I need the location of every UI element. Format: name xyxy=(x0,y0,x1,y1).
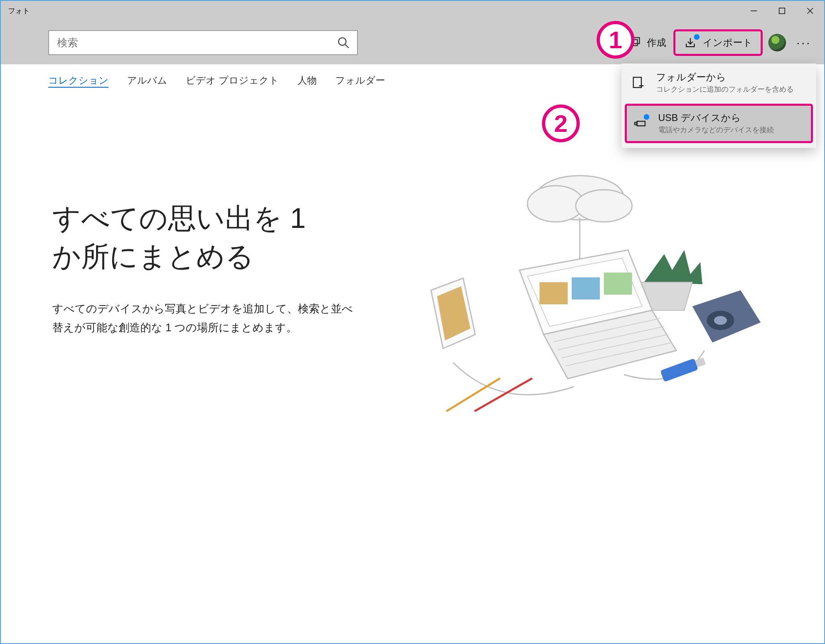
window-maximize-button[interactable] xyxy=(768,1,796,21)
svg-point-15 xyxy=(576,190,632,222)
user-avatar[interactable] xyxy=(768,34,786,51)
import-from-usb-sub: 電話やカメラなどのデバイスを接続 xyxy=(658,125,774,135)
search-box[interactable] xyxy=(48,30,358,55)
tab-people[interactable]: 人物 xyxy=(298,74,317,87)
tab-collection[interactable]: コレクション xyxy=(48,74,109,87)
hero-illustration xyxy=(371,162,773,443)
minimize-icon xyxy=(750,7,758,15)
usb-icon xyxy=(632,115,649,131)
maximize-icon xyxy=(778,7,786,14)
hero-heading-l1: すべての思い出を 1 xyxy=(52,203,306,234)
hero: すべての思い出を 1 か所にまとめる すべてのデバイスから写真とビデオを追加して… xyxy=(1,87,403,338)
window-close-button[interactable] xyxy=(796,1,824,21)
titlebar: フォト xyxy=(1,1,824,21)
svg-line-5 xyxy=(345,44,349,48)
create-label: 作成 xyxy=(647,36,666,49)
hero-body: すべてのデバイスから写真とビデオを追加して、検索と並べ替えが可能な創造的な 1 … xyxy=(52,299,358,338)
hero-heading-l2: か所にまとめる xyxy=(52,238,403,276)
import-from-usb[interactable]: USB デバイスから 電話やカメラなどのデバイスを接続 xyxy=(625,104,813,143)
search-input[interactable] xyxy=(56,36,337,49)
svg-rect-1 xyxy=(779,8,785,14)
svg-rect-19 xyxy=(540,282,568,304)
import-from-folder-sub: コレクションに追加のフォルダーを含める xyxy=(656,84,794,94)
window-minimize-button[interactable] xyxy=(740,1,768,21)
import-from-folder-title: フォルダーから xyxy=(656,71,794,84)
svg-point-31 xyxy=(714,316,727,325)
import-from-usb-title: USB デバイスから xyxy=(658,111,774,124)
import-from-folder[interactable]: フォルダーから コレクションに追加のフォルダーを含める xyxy=(622,64,816,102)
svg-rect-12 xyxy=(635,123,637,125)
tab-video-project[interactable]: ビデオ プロジェクト xyxy=(186,74,279,87)
svg-rect-11 xyxy=(637,121,645,126)
hero-heading: すべての思い出を 1 か所にまとめる xyxy=(52,199,403,275)
command-bar: 作成 インポート ··· xyxy=(1,21,824,64)
annotation-2: 2 xyxy=(542,105,580,142)
tab-folder[interactable]: フォルダー xyxy=(335,74,385,87)
svg-rect-32 xyxy=(660,358,698,382)
close-icon xyxy=(806,7,814,15)
svg-rect-21 xyxy=(604,273,632,295)
import-label: インポート xyxy=(703,36,753,49)
svg-point-4 xyxy=(339,38,346,45)
svg-rect-20 xyxy=(572,277,600,299)
app-title: フォト xyxy=(8,6,740,16)
annotation-1: 1 xyxy=(597,21,634,59)
import-button[interactable]: インポート xyxy=(673,29,763,56)
notification-dot-icon xyxy=(694,34,700,40)
folder-add-icon xyxy=(630,74,646,90)
notification-dot-icon xyxy=(644,114,649,120)
tab-album[interactable]: アルバム xyxy=(127,74,167,87)
svg-line-34 xyxy=(447,379,499,411)
search-icon xyxy=(337,36,350,49)
more-button[interactable]: ··· xyxy=(792,36,816,49)
import-menu: フォルダーから コレクションに追加のフォルダーを含める USB デバイスから 電… xyxy=(622,64,816,148)
import-icon xyxy=(683,36,697,49)
